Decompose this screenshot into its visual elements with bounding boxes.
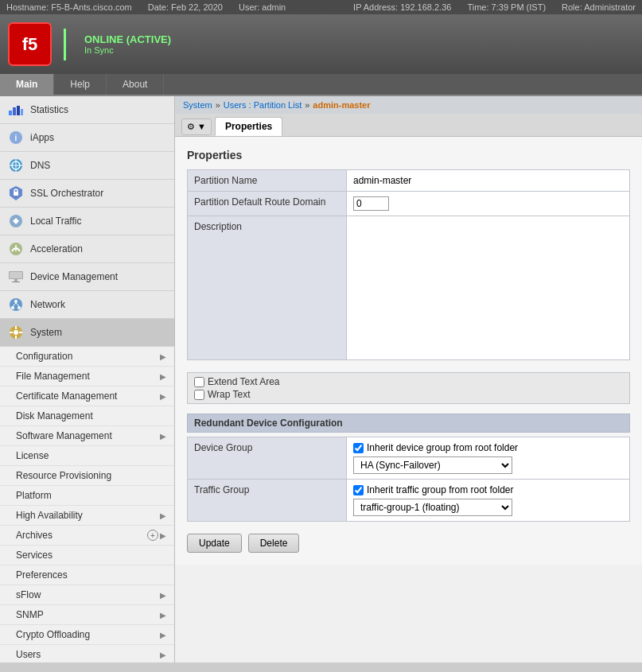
partition-name-label: Partition Name — [188, 170, 347, 192]
description-label: Description — [188, 216, 347, 360]
network-icon — [8, 297, 24, 313]
tab-about[interactable]: About — [107, 74, 164, 95]
svg-point-19 — [14, 300, 18, 303]
sidebar-item-system[interactable]: System — [0, 319, 174, 347]
extend-text-area-checkbox[interactable] — [194, 377, 204, 387]
sidebar-item-statistics[interactable]: Statistics — [0, 96, 174, 124]
user-value: admin — [262, 2, 286, 12]
arrow-icon: ▶ — [160, 591, 166, 600]
redundant-table: Device Group Inherit device group from r… — [187, 437, 630, 522]
logo: f5 — [8, 22, 52, 66]
traffic-group-value: Inherit traffic group from root folder t… — [347, 480, 630, 522]
partition-name-value: admin-master — [347, 170, 630, 192]
nav-tabs: Main Help About — [0, 74, 642, 96]
traffic-group-select[interactable]: traffic-group-1 (floating) — [353, 499, 512, 516]
ip-label: IP Address: — [353, 2, 398, 12]
ip-info: IP Address: 192.168.2.36 — [353, 2, 451, 12]
submenu-services[interactable]: Services — [0, 546, 174, 565]
submenu-disk-management[interactable]: Disk Management — [0, 406, 174, 426]
system-submenu: Configuration ▶ File Management ▶ Certif… — [0, 347, 174, 662]
wrap-text-row: Wrap Text — [194, 389, 623, 400]
gear-icon: ⚙ — [187, 122, 195, 132]
sidebar-item-acceleration[interactable]: Acceleration — [0, 235, 174, 263]
delete-button[interactable]: Delete — [248, 534, 300, 553]
breadcrumb-system[interactable]: System — [183, 100, 212, 110]
sidebar-item-label: SSL Orchestrator — [30, 188, 103, 199]
svg-point-20 — [11, 306, 14, 309]
device-management-icon — [8, 269, 24, 285]
date-info: Date: Feb 22, 2020 — [148, 2, 223, 12]
local-traffic-icon — [8, 213, 24, 229]
svg-rect-26 — [15, 326, 17, 329]
hostname-value: F5-B-Ants.cisco.com — [51, 2, 131, 12]
submenu-archives[interactable]: Archives + ▶ — [0, 526, 174, 546]
redundant-section-title: Redundant Device Configuration — [187, 414, 630, 433]
svg-rect-28 — [10, 332, 13, 333]
submenu-preferences[interactable]: Preferences — [0, 565, 174, 585]
submenu-resource-provisioning[interactable]: Resource Provisioning — [0, 466, 174, 486]
sidebar-item-ssl[interactable]: SSL Orchestrator — [0, 180, 174, 208]
submenu-software-management[interactable]: Software Management ▶ — [0, 426, 174, 446]
svg-rect-2 — [17, 106, 20, 115]
breadcrumb-partition-list[interactable]: Users : Partition List — [224, 100, 302, 110]
sidebar-item-label: Statistics — [30, 104, 68, 115]
submenu-license[interactable]: License — [0, 446, 174, 466]
traffic-group-checkbox[interactable] — [353, 485, 364, 495]
sidebar-item-device-management[interactable]: Device Management — [0, 263, 174, 291]
iapps-icon: i — [8, 130, 24, 146]
svg-point-25 — [14, 330, 18, 335]
description-textarea[interactable] — [353, 221, 623, 352]
time-info: Time: 7:39 PM (IST) — [467, 2, 546, 12]
breadcrumb-current: admin-master — [313, 100, 370, 110]
sidebar-item-label: Device Management — [30, 271, 118, 282]
svg-rect-27 — [15, 336, 17, 339]
wrap-text-checkbox[interactable] — [194, 390, 204, 400]
device-group-select[interactable]: HA (Sync-Failover) — [353, 456, 512, 474]
submenu-configuration[interactable]: Configuration ▶ — [0, 347, 174, 367]
tab-properties[interactable]: Properties — [215, 117, 282, 136]
user-info: User: admin — [239, 2, 286, 12]
arrow-icon: ▶ — [160, 392, 166, 401]
statistics-icon — [8, 102, 24, 118]
route-domain-label: Partition Default Route Domain — [188, 192, 347, 216]
sidebar-item-label: System — [30, 327, 62, 338]
main-layout: Statistics i iApps DNS — [0, 96, 642, 662]
arrow-icon: ▶ — [160, 352, 166, 361]
submenu-sflow[interactable]: sFlow ▶ — [0, 585, 174, 605]
submenu-file-management[interactable]: File Management ▶ — [0, 367, 174, 386]
submenu-users[interactable]: Users ▶ — [0, 645, 174, 662]
status-online: ONLINE (ACTIVE) — [84, 33, 171, 45]
dns-icon — [8, 157, 24, 173]
role-label: Role: — [562, 2, 582, 12]
tab-main[interactable]: Main — [0, 74, 54, 95]
update-button[interactable]: Update — [187, 534, 242, 553]
sidebar-item-network[interactable]: Network — [0, 291, 174, 319]
header: f5 ONLINE (ACTIVE) In Sync — [0, 14, 642, 74]
breadcrumb: System » Users : Partition List » admin-… — [175, 96, 642, 114]
content-tabs: ⚙ ▼ Properties — [175, 114, 642, 137]
ssl-icon — [8, 185, 24, 201]
device-group-checkbox[interactable] — [353, 443, 364, 453]
svg-point-21 — [18, 306, 21, 309]
svg-rect-3 — [21, 109, 23, 115]
submenu-crypto-offloading[interactable]: Crypto Offloading ▶ — [0, 625, 174, 645]
sidebar-item-iapps[interactable]: i iApps — [0, 124, 174, 152]
tab-help[interactable]: Help — [54, 74, 107, 95]
sidebar-item-local-traffic[interactable]: Local Traffic — [0, 208, 174, 235]
table-row: Description — [188, 216, 630, 360]
role-info: Role: Administrator — [562, 2, 636, 12]
submenu-platform[interactable]: Platform — [0, 486, 174, 506]
submenu-high-availability[interactable]: High Availability ▶ — [0, 506, 174, 526]
user-label: User: — [239, 2, 259, 12]
sidebar-item-label: iApps — [30, 132, 54, 143]
submenu-certificate-management[interactable]: Certificate Management ▶ — [0, 386, 174, 406]
submenu-snmp[interactable]: SNMP ▶ — [0, 605, 174, 625]
route-domain-input[interactable] — [353, 196, 389, 211]
arrow-icon: ▶ — [160, 651, 166, 659]
svg-rect-17 — [12, 282, 20, 282]
gear-button[interactable]: ⚙ ▼ — [181, 118, 212, 135]
device-group-value: Inherit device group from root folder HA… — [347, 437, 630, 480]
properties-table: Partition Name admin-master Partition De… — [187, 169, 630, 360]
hostname-info: Hostname: F5-B-Ants.cisco.com — [6, 2, 132, 12]
sidebar-item-dns[interactable]: DNS — [0, 152, 174, 180]
